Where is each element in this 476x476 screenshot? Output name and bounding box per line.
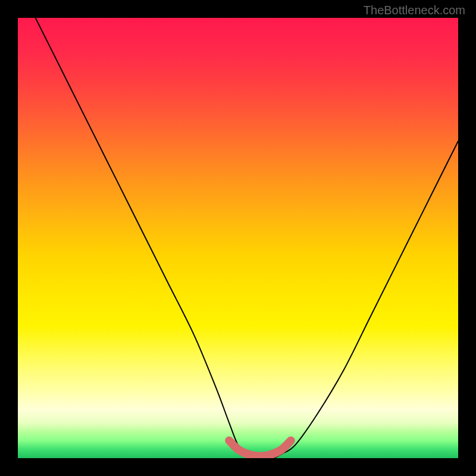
sweet-spot-highlight [229, 440, 291, 456]
bottleneck-curve-line [36, 18, 458, 458]
plot-gradient-background [18, 18, 458, 458]
watermark-text: TheBottleneck.com [364, 4, 465, 17]
chart-svg [18, 18, 458, 458]
